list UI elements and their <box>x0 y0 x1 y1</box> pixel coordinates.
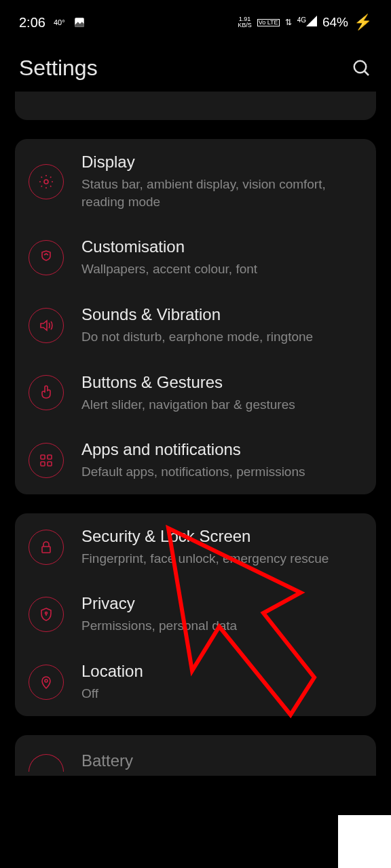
status-left: 2:06 40° <box>19 15 86 31</box>
customisation-icon <box>29 240 64 275</box>
item-title: Customisation <box>81 237 362 256</box>
item-title: Privacy <box>81 594 362 613</box>
battery-icon <box>29 754 64 772</box>
location-icon <box>29 665 64 700</box>
settings-item-display[interactable]: Display Status bar, ambient display, vis… <box>15 139 376 224</box>
status-netspeed: 1.91 KB/S <box>238 16 252 28</box>
item-title: Battery <box>81 751 133 770</box>
item-subtitle: Wallpapers, accent colour, font <box>81 260 362 278</box>
settings-item-gestures[interactable]: Buttons & Gestures Alert slider, navigat… <box>15 359 376 427</box>
battery-percent: 64% <box>322 15 348 30</box>
item-subtitle: Status bar, ambient display, vision comf… <box>81 176 362 210</box>
settings-item-privacy[interactable]: Privacy Permissions, personal data <box>15 580 376 648</box>
white-block <box>338 815 391 868</box>
item-title: Buttons & Gestures <box>81 373 362 392</box>
status-bar: 2:06 40° 1.91 KB/S Vo LTE ⇅ 4G 64% ⚡ <box>0 0 391 38</box>
display-icon <box>29 164 64 199</box>
item-subtitle: Fingerprint, face unlock, emergency resc… <box>81 550 362 568</box>
updown-icon: ⇅ <box>285 18 292 27</box>
settings-group-1: Display Status bar, ambient display, vis… <box>15 139 376 494</box>
lock-icon <box>29 530 64 565</box>
item-subtitle: Default apps, notifications, permissions <box>81 463 362 481</box>
svg-rect-5 <box>48 455 52 459</box>
item-title: Location <box>81 662 362 681</box>
header: Settings <box>0 38 391 94</box>
signal-icon <box>306 16 317 26</box>
settings-item-apps[interactable]: Apps and notifications Default apps, not… <box>15 427 376 494</box>
settings-item-battery[interactable]: Battery <box>29 751 133 774</box>
settings-item-security[interactable]: Security & Lock Screen Fingerprint, face… <box>15 513 376 581</box>
image-icon <box>73 16 86 28</box>
status-temp: 40° <box>54 19 65 26</box>
item-title: Apps and notifications <box>81 440 362 459</box>
page-title: Settings <box>19 56 98 81</box>
svg-rect-4 <box>41 455 45 459</box>
svg-point-3 <box>44 180 48 184</box>
card-partial-top[interactable] <box>15 92 376 120</box>
item-title: Display <box>81 153 362 172</box>
settings-item-location[interactable]: Location Off <box>15 648 376 716</box>
svg-rect-7 <box>48 462 52 466</box>
settings-item-sounds[interactable]: Sounds & Vibration Do not disturb, earph… <box>15 292 376 359</box>
svg-rect-6 <box>41 462 45 466</box>
status-right: 1.91 KB/S Vo LTE ⇅ 4G 64% ⚡ <box>238 14 372 31</box>
gestures-icon <box>29 375 64 410</box>
network-indicator: 4G <box>297 15 317 30</box>
item-subtitle: Do not disturb, earphone mode, ringtone <box>81 328 362 346</box>
charging-icon: ⚡ <box>354 14 372 31</box>
search-icon[interactable] <box>352 58 372 79</box>
apps-icon <box>29 443 64 478</box>
settings-item-customisation[interactable]: Customisation Wallpapers, accent colour,… <box>15 224 376 292</box>
settings-group-2: Security & Lock Screen Fingerprint, face… <box>15 513 376 716</box>
svg-point-1 <box>354 60 367 73</box>
sounds-icon <box>29 308 64 343</box>
status-time: 2:06 <box>19 15 45 31</box>
item-title: Security & Lock Screen <box>81 527 362 546</box>
settings-list: Display Status bar, ambient display, vis… <box>0 92 391 776</box>
card-partial-bottom[interactable]: Battery <box>15 735 376 776</box>
item-subtitle: Permissions, personal data <box>81 617 362 635</box>
svg-rect-8 <box>42 547 50 553</box>
item-subtitle: Off <box>81 685 362 703</box>
shield-icon <box>29 597 64 632</box>
item-title: Sounds & Vibration <box>81 305 362 324</box>
svg-line-2 <box>365 71 369 75</box>
item-subtitle: Alert slider, navigation bar & gestures <box>81 396 362 414</box>
svg-point-10 <box>45 679 48 682</box>
volte-icon: Vo LTE <box>257 19 280 26</box>
